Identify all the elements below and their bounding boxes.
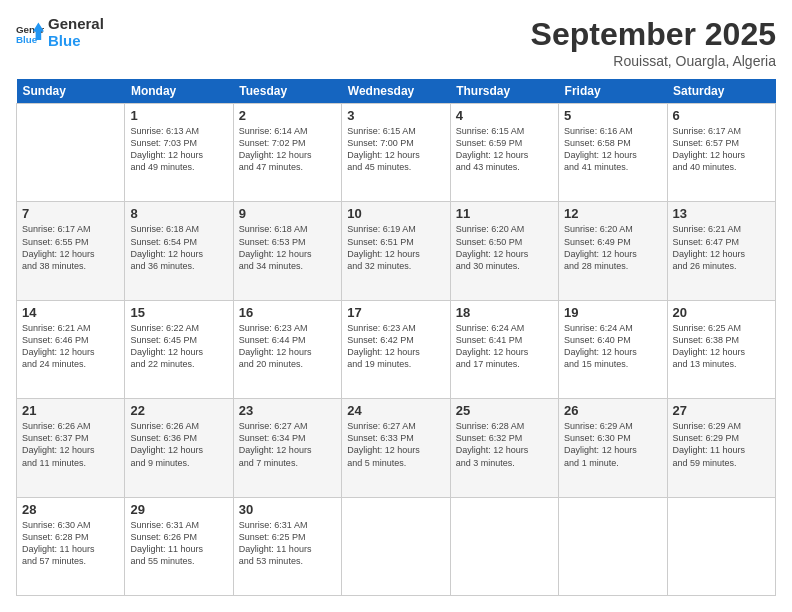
week-row-0: 1Sunrise: 6:13 AMSunset: 7:03 PMDaylight… — [17, 104, 776, 202]
calendar-cell: 10Sunrise: 6:19 AMSunset: 6:51 PMDayligh… — [342, 202, 450, 300]
page: General Blue General Blue September 2025… — [0, 0, 792, 612]
calendar-cell: 12Sunrise: 6:20 AMSunset: 6:49 PMDayligh… — [559, 202, 667, 300]
day-info: Sunrise: 6:15 AMSunset: 7:00 PMDaylight:… — [347, 125, 444, 174]
day-number: 19 — [564, 305, 661, 320]
day-info: Sunrise: 6:13 AMSunset: 7:03 PMDaylight:… — [130, 125, 227, 174]
day-info: Sunrise: 6:17 AMSunset: 6:55 PMDaylight:… — [22, 223, 119, 272]
header-friday: Friday — [559, 79, 667, 104]
day-info: Sunrise: 6:19 AMSunset: 6:51 PMDaylight:… — [347, 223, 444, 272]
calendar-cell: 26Sunrise: 6:29 AMSunset: 6:30 PMDayligh… — [559, 399, 667, 497]
header-saturday: Saturday — [667, 79, 775, 104]
calendar-cell: 4Sunrise: 6:15 AMSunset: 6:59 PMDaylight… — [450, 104, 558, 202]
calendar-cell: 7Sunrise: 6:17 AMSunset: 6:55 PMDaylight… — [17, 202, 125, 300]
day-info: Sunrise: 6:18 AMSunset: 6:53 PMDaylight:… — [239, 223, 336, 272]
day-info: Sunrise: 6:21 AMSunset: 6:47 PMDaylight:… — [673, 223, 770, 272]
week-row-3: 21Sunrise: 6:26 AMSunset: 6:37 PMDayligh… — [17, 399, 776, 497]
logo-general: General — [48, 16, 104, 33]
day-info: Sunrise: 6:17 AMSunset: 6:57 PMDaylight:… — [673, 125, 770, 174]
calendar-cell: 25Sunrise: 6:28 AMSunset: 6:32 PMDayligh… — [450, 399, 558, 497]
header-thursday: Thursday — [450, 79, 558, 104]
calendar-cell: 16Sunrise: 6:23 AMSunset: 6:44 PMDayligh… — [233, 300, 341, 398]
calendar-cell: 2Sunrise: 6:14 AMSunset: 7:02 PMDaylight… — [233, 104, 341, 202]
logo: General Blue General Blue — [16, 16, 104, 49]
day-number: 5 — [564, 108, 661, 123]
calendar-cell: 5Sunrise: 6:16 AMSunset: 6:58 PMDaylight… — [559, 104, 667, 202]
day-info: Sunrise: 6:25 AMSunset: 6:38 PMDaylight:… — [673, 322, 770, 371]
week-row-4: 28Sunrise: 6:30 AMSunset: 6:28 PMDayligh… — [17, 497, 776, 595]
day-info: Sunrise: 6:31 AMSunset: 6:26 PMDaylight:… — [130, 519, 227, 568]
logo-blue: Blue — [48, 33, 104, 50]
calendar-cell — [342, 497, 450, 595]
calendar-cell: 17Sunrise: 6:23 AMSunset: 6:42 PMDayligh… — [342, 300, 450, 398]
day-info: Sunrise: 6:26 AMSunset: 6:37 PMDaylight:… — [22, 420, 119, 469]
logo-icon: General Blue — [16, 19, 44, 47]
header: General Blue General Blue September 2025… — [16, 16, 776, 69]
day-info: Sunrise: 6:23 AMSunset: 6:42 PMDaylight:… — [347, 322, 444, 371]
day-header-row: Sunday Monday Tuesday Wednesday Thursday… — [17, 79, 776, 104]
day-info: Sunrise: 6:29 AMSunset: 6:30 PMDaylight:… — [564, 420, 661, 469]
calendar-cell: 20Sunrise: 6:25 AMSunset: 6:38 PMDayligh… — [667, 300, 775, 398]
calendar-cell: 11Sunrise: 6:20 AMSunset: 6:50 PMDayligh… — [450, 202, 558, 300]
day-info: Sunrise: 6:23 AMSunset: 6:44 PMDaylight:… — [239, 322, 336, 371]
day-info: Sunrise: 6:20 AMSunset: 6:50 PMDaylight:… — [456, 223, 553, 272]
day-number: 22 — [130, 403, 227, 418]
calendar-cell: 19Sunrise: 6:24 AMSunset: 6:40 PMDayligh… — [559, 300, 667, 398]
day-number: 29 — [130, 502, 227, 517]
location: Rouissat, Ouargla, Algeria — [531, 53, 776, 69]
week-row-2: 14Sunrise: 6:21 AMSunset: 6:46 PMDayligh… — [17, 300, 776, 398]
day-number: 16 — [239, 305, 336, 320]
day-info: Sunrise: 6:28 AMSunset: 6:32 PMDaylight:… — [456, 420, 553, 469]
calendar-cell: 9Sunrise: 6:18 AMSunset: 6:53 PMDaylight… — [233, 202, 341, 300]
day-info: Sunrise: 6:27 AMSunset: 6:33 PMDaylight:… — [347, 420, 444, 469]
header-tuesday: Tuesday — [233, 79, 341, 104]
day-info: Sunrise: 6:15 AMSunset: 6:59 PMDaylight:… — [456, 125, 553, 174]
calendar-cell: 15Sunrise: 6:22 AMSunset: 6:45 PMDayligh… — [125, 300, 233, 398]
day-number: 4 — [456, 108, 553, 123]
day-number: 14 — [22, 305, 119, 320]
day-number: 9 — [239, 206, 336, 221]
calendar-cell: 23Sunrise: 6:27 AMSunset: 6:34 PMDayligh… — [233, 399, 341, 497]
calendar-cell: 22Sunrise: 6:26 AMSunset: 6:36 PMDayligh… — [125, 399, 233, 497]
day-info: Sunrise: 6:27 AMSunset: 6:34 PMDaylight:… — [239, 420, 336, 469]
calendar-cell: 18Sunrise: 6:24 AMSunset: 6:41 PMDayligh… — [450, 300, 558, 398]
day-number: 12 — [564, 206, 661, 221]
day-info: Sunrise: 6:14 AMSunset: 7:02 PMDaylight:… — [239, 125, 336, 174]
calendar-cell: 21Sunrise: 6:26 AMSunset: 6:37 PMDayligh… — [17, 399, 125, 497]
day-info: Sunrise: 6:18 AMSunset: 6:54 PMDaylight:… — [130, 223, 227, 272]
week-row-1: 7Sunrise: 6:17 AMSunset: 6:55 PMDaylight… — [17, 202, 776, 300]
calendar-cell: 6Sunrise: 6:17 AMSunset: 6:57 PMDaylight… — [667, 104, 775, 202]
day-number: 1 — [130, 108, 227, 123]
calendar-cell — [667, 497, 775, 595]
header-sunday: Sunday — [17, 79, 125, 104]
day-info: Sunrise: 6:29 AMSunset: 6:29 PMDaylight:… — [673, 420, 770, 469]
header-wednesday: Wednesday — [342, 79, 450, 104]
calendar-cell — [17, 104, 125, 202]
calendar-cell: 1Sunrise: 6:13 AMSunset: 7:03 PMDaylight… — [125, 104, 233, 202]
calendar-cell — [559, 497, 667, 595]
day-info: Sunrise: 6:24 AMSunset: 6:40 PMDaylight:… — [564, 322, 661, 371]
day-number: 13 — [673, 206, 770, 221]
day-number: 8 — [130, 206, 227, 221]
day-number: 27 — [673, 403, 770, 418]
day-number: 2 — [239, 108, 336, 123]
day-info: Sunrise: 6:22 AMSunset: 6:45 PMDaylight:… — [130, 322, 227, 371]
calendar-table: Sunday Monday Tuesday Wednesday Thursday… — [16, 79, 776, 596]
day-number: 11 — [456, 206, 553, 221]
month-title: September 2025 — [531, 16, 776, 53]
day-info: Sunrise: 6:31 AMSunset: 6:25 PMDaylight:… — [239, 519, 336, 568]
day-number: 10 — [347, 206, 444, 221]
day-info: Sunrise: 6:24 AMSunset: 6:41 PMDaylight:… — [456, 322, 553, 371]
day-number: 28 — [22, 502, 119, 517]
calendar-cell: 14Sunrise: 6:21 AMSunset: 6:46 PMDayligh… — [17, 300, 125, 398]
day-number: 30 — [239, 502, 336, 517]
day-info: Sunrise: 6:21 AMSunset: 6:46 PMDaylight:… — [22, 322, 119, 371]
calendar-cell: 8Sunrise: 6:18 AMSunset: 6:54 PMDaylight… — [125, 202, 233, 300]
day-info: Sunrise: 6:30 AMSunset: 6:28 PMDaylight:… — [22, 519, 119, 568]
day-number: 26 — [564, 403, 661, 418]
day-number: 6 — [673, 108, 770, 123]
day-number: 15 — [130, 305, 227, 320]
day-info: Sunrise: 6:16 AMSunset: 6:58 PMDaylight:… — [564, 125, 661, 174]
calendar-cell: 3Sunrise: 6:15 AMSunset: 7:00 PMDaylight… — [342, 104, 450, 202]
day-number: 23 — [239, 403, 336, 418]
day-number: 20 — [673, 305, 770, 320]
